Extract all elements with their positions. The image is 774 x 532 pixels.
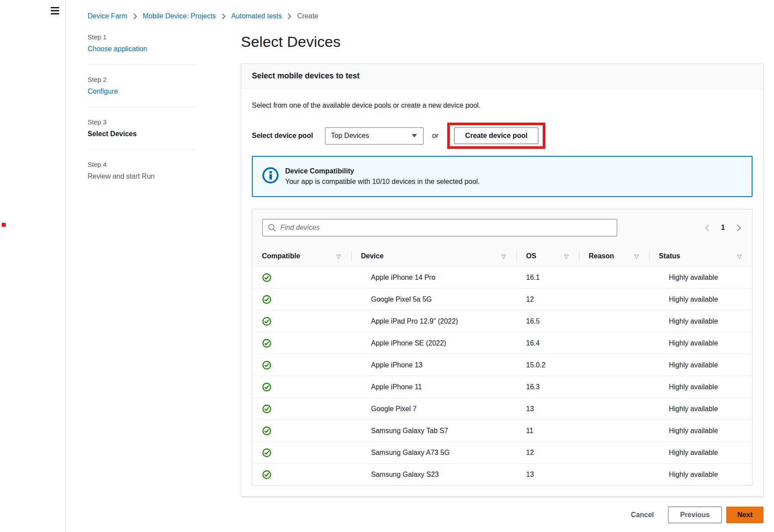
compatible-check-icon [262, 317, 272, 326]
step-3-current-select-devices: Select Devices [88, 130, 197, 138]
panel-header: Select mobile devices to test [241, 64, 763, 88]
step-3: Step 3 Select Devices [88, 118, 197, 138]
select-devices-panel: Select mobile devices to test Select fro… [241, 63, 763, 497]
os-cell: 15.0.2 [516, 354, 579, 376]
page-title: Select Devices [241, 33, 763, 50]
column-header-os[interactable]: OS ▽ [516, 246, 579, 266]
status-cell: Highly available [649, 332, 752, 354]
table-row[interactable]: Apple iPhone SE (2022) 16.4 Highly avail… [252, 332, 752, 354]
os-cell: 16.5 [516, 310, 579, 332]
step-3-number: Step 3 [88, 118, 197, 126]
chevron-right-icon [222, 13, 226, 20]
compatible-check-icon [262, 448, 272, 458]
compatible-check-icon [262, 470, 272, 479]
current-page-number[interactable]: 1 [721, 224, 725, 232]
table-row[interactable]: Apple iPhone 11 16.3 Highly available [252, 376, 752, 398]
table-row[interactable]: Google Pixel 7 13 Highly available [252, 398, 752, 420]
reason-cell [579, 289, 649, 310]
reason-cell [579, 376, 649, 398]
table-row[interactable]: Samsung Galaxy S23 13 Highly available [252, 464, 752, 485]
column-header-reason[interactable]: Reason ▽ [579, 246, 649, 266]
table-row[interactable]: Google Pixel 5a 5G 12 Highly available [252, 289, 752, 310]
table-row[interactable]: Samsung Galaxy A73 5G 12 Highly availabl… [252, 442, 752, 464]
column-header-status[interactable]: Status ▽ [649, 246, 752, 266]
step-2-link-configure[interactable]: Configure [88, 88, 197, 95]
device-table-body: Apple iPhone 14 Pro 16.1 Highly availabl… [252, 267, 752, 485]
device-cell: Apple iPhone 11 [351, 376, 516, 398]
find-devices-search-input[interactable] [262, 219, 617, 236]
previous-page-button[interactable] [704, 223, 710, 233]
wizard-footer-actions: Cancel Previous Next [241, 507, 763, 523]
compatibility-message: Your app is compatible with 10/10 device… [285, 178, 480, 186]
devices-table-card: 1 Compatible ▽ [252, 209, 753, 486]
step-2: Step 2 Configure [88, 76, 197, 95]
previous-button[interactable]: Previous [668, 507, 722, 523]
table-row[interactable]: Apple iPad Pro 12.9" (2022) 16.5 Highly … [252, 310, 752, 332]
create-device-pool-button[interactable]: Create device pool [454, 127, 538, 144]
step-1-link-choose-application[interactable]: Choose application [88, 45, 197, 53]
divider [88, 107, 197, 107]
column-label: Reason [589, 252, 614, 260]
filter-icon[interactable]: ▽ [737, 253, 742, 260]
reason-cell [579, 464, 649, 485]
status-cell: Highly available [649, 289, 752, 310]
breadcrumb: Device Farm Mobile Device: Projects Auto… [88, 0, 774, 20]
device-cell: Samsung Galaxy Tab S7 [351, 420, 516, 441]
device-cell: Samsung Galaxy A73 5G [351, 442, 516, 463]
device-pool-select[interactable]: Top Devices [325, 127, 424, 144]
os-cell: 16.1 [516, 267, 579, 288]
compatible-cell [252, 332, 351, 354]
os-cell: 11 [516, 420, 579, 441]
step-4-number: Step 4 [88, 161, 197, 168]
device-cell: Samsung Galaxy S23 [351, 464, 516, 485]
status-cell: Highly available [649, 464, 752, 485]
column-header-device[interactable]: Device ▽ [351, 246, 516, 266]
status-cell: Highly available [649, 442, 752, 463]
table-row[interactable]: Apple iPhone 13 15.0.2 Highly available [252, 354, 752, 376]
search-icon [268, 223, 276, 234]
status-cell: Highly available [649, 398, 752, 419]
compatible-cell [252, 442, 351, 463]
breadcrumb-automated-tests[interactable]: Automated tests [231, 12, 282, 20]
device-compatibility-alert: Device Compatibility Your app is compati… [252, 156, 753, 197]
step-4: Step 4 Review and start Run [88, 161, 197, 180]
device-cell: Google Pixel 5a 5G [351, 289, 516, 310]
filter-icon[interactable]: ▽ [564, 253, 569, 260]
or-text: or [432, 132, 438, 140]
compatible-check-icon [262, 382, 272, 392]
status-cell: Highly available [649, 420, 752, 441]
column-label: Status [659, 252, 680, 260]
hamburger-menu-icon[interactable] [51, 7, 60, 14]
device-pool-selected-value: Top Devices [331, 132, 369, 140]
filter-icon[interactable]: ▽ [634, 253, 639, 260]
table-row[interactable]: Apple iPhone 14 Pro 16.1 Highly availabl… [252, 267, 752, 289]
next-button[interactable]: Next [726, 507, 763, 523]
compatible-cell [252, 376, 351, 398]
reason-cell [579, 442, 649, 463]
divider [88, 149, 197, 150]
breadcrumb-device-farm[interactable]: Device Farm [88, 12, 127, 20]
reason-cell [579, 354, 649, 376]
cancel-button[interactable]: Cancel [631, 511, 654, 519]
step-1: Step 1 Choose application [88, 33, 197, 53]
breadcrumb-projects[interactable]: Mobile Device: Projects [143, 12, 216, 20]
device-cell: Google Pixel 7 [351, 398, 516, 419]
device-cell: Apple iPhone 13 [351, 354, 516, 376]
os-cell: 12 [516, 289, 579, 310]
filter-icon[interactable]: ▽ [502, 253, 506, 260]
column-header-compatible[interactable]: Compatible ▽ [252, 246, 351, 266]
chevron-right-icon [287, 13, 291, 20]
filter-icon[interactable]: ▽ [336, 253, 341, 260]
column-label: Device [361, 252, 384, 260]
compatible-cell [252, 310, 351, 332]
step-1-number: Step 1 [88, 33, 197, 41]
next-page-button[interactable] [735, 223, 742, 233]
device-cell: Apple iPad Pro 12.9" (2022) [351, 310, 516, 332]
red-dot-annotation [2, 223, 6, 227]
status-cell: Highly available [649, 376, 752, 398]
step-4-review-and-start-run: Review and start Run [88, 173, 197, 180]
table-row[interactable]: Samsung Galaxy Tab S7 11 Highly availabl… [252, 420, 752, 442]
divider [88, 64, 197, 65]
breadcrumb-current: Create [297, 12, 318, 20]
compatible-check-icon [262, 404, 272, 414]
